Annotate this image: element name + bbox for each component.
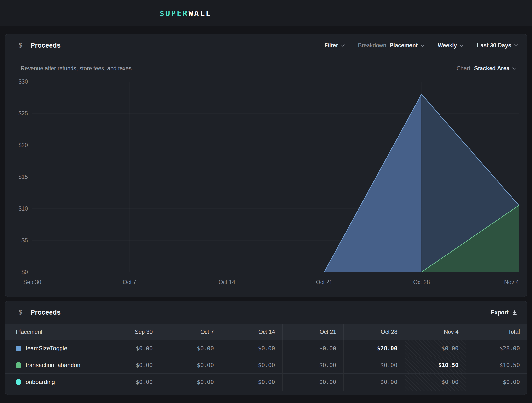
export-button[interactable]: Export xyxy=(491,309,517,316)
x-tick-label: Oct 21 xyxy=(316,279,333,286)
dollar-icon: $ xyxy=(19,309,22,316)
column-header: Oct 7 xyxy=(160,324,221,340)
proceeds-table-card: $ Proceeds Export PlacementSep 30Oct 7Oc… xyxy=(5,301,527,395)
filter-label: Filter xyxy=(324,42,338,49)
chart-type-value: Stacked Area xyxy=(474,65,510,72)
placement-cell[interactable]: teamSizeToggle xyxy=(5,340,99,357)
chart-card-header: $ Proceeds Filter Breakdown Placement We… xyxy=(5,34,527,57)
logo-accent: $UPER xyxy=(160,9,188,18)
value-cell: $0.00 xyxy=(282,357,344,374)
table-row[interactable]: onboarding$0.00$0.00$0.00$0.00$0.00$0.00… xyxy=(5,374,527,391)
value-cell: $0.00 xyxy=(405,374,466,391)
superwall-logo: $UPERWALL xyxy=(160,9,212,18)
column-header: Oct 14 xyxy=(221,324,283,340)
y-tick-label: $30 xyxy=(19,78,28,85)
dollar-icon: $ xyxy=(19,42,22,49)
stacked-area-chart[interactable] xyxy=(32,82,519,272)
chart-controls: Filter Breakdown Placement Weekly Last 3… xyxy=(324,42,517,49)
value-cell: $0.00 xyxy=(160,340,221,357)
date-range-value: Last 30 Days xyxy=(477,42,511,49)
table-header-row: PlacementSep 30Oct 7Oct 14Oct 21Oct 28No… xyxy=(5,324,527,340)
chart-type-label: Chart xyxy=(457,65,470,72)
proceeds-table: PlacementSep 30Oct 7Oct 14Oct 21Oct 28No… xyxy=(5,324,527,391)
value-cell: $0.00 xyxy=(221,357,283,374)
value-cell: $10.50 xyxy=(405,357,466,374)
value-cell: $0.00 xyxy=(99,340,160,357)
value-cell: $0.00 xyxy=(221,340,283,357)
y-tick-label: $5 xyxy=(21,237,28,244)
y-tick-label: $10 xyxy=(19,205,28,212)
chevron-down-icon xyxy=(514,43,518,47)
y-tick-label: $15 xyxy=(19,174,28,180)
value-cell: $0.00 xyxy=(99,374,160,391)
chart-card-title: Proceeds xyxy=(31,42,61,49)
x-tick-label: Oct 14 xyxy=(219,279,235,286)
divider xyxy=(431,42,431,49)
value-cell: $0.00 xyxy=(344,357,405,374)
chart-subtitle: Revenue after refunds, store fees, and t… xyxy=(21,65,132,72)
value-cell: $10.50 xyxy=(466,357,527,374)
y-tick-label: $0 xyxy=(21,269,28,276)
chart-subheader: Revenue after refunds, store fees, and t… xyxy=(5,57,527,72)
x-tick-label: Sep 30 xyxy=(23,279,41,286)
placement-name: onboarding xyxy=(26,379,55,385)
y-tick-label: $20 xyxy=(19,142,28,148)
x-axis-labels: Sep 30Oct 7Oct 14Oct 21Oct 28Nov 4 xyxy=(32,279,519,287)
interval-value: Weekly xyxy=(438,42,457,49)
chevron-down-icon xyxy=(420,43,424,47)
value-cell: $0.00 xyxy=(405,340,466,357)
x-tick-label: Nov 4 xyxy=(504,279,519,286)
chevron-down-icon xyxy=(460,43,464,47)
chart-type-dropdown[interactable]: Chart Stacked Area xyxy=(457,65,516,72)
value-cell: $28.00 xyxy=(344,340,405,357)
column-header: Sep 30 xyxy=(99,324,160,340)
y-tick-label: $25 xyxy=(19,110,28,117)
divider xyxy=(351,42,351,49)
breakdown-label: Breakdown xyxy=(358,42,386,49)
interval-dropdown[interactable]: Weekly xyxy=(438,42,463,49)
chart-plot-area: $0$5$10$15$20$25$30 xyxy=(32,82,519,272)
filter-dropdown[interactable]: Filter xyxy=(324,42,344,49)
divider xyxy=(470,42,470,49)
value-cell: $0.00 xyxy=(466,374,527,391)
table-card-title: Proceeds xyxy=(31,309,61,316)
value-cell: $0.00 xyxy=(221,374,283,391)
value-cell: $28.00 xyxy=(466,340,527,357)
placement-name: teamSizeToggle xyxy=(26,345,67,351)
value-cell: $0.00 xyxy=(282,374,344,391)
series-swatch-icon xyxy=(16,346,21,351)
column-header: Total xyxy=(466,324,527,340)
x-tick-label: Oct 28 xyxy=(413,279,430,286)
chevron-down-icon xyxy=(341,43,345,47)
column-header: Oct 21 xyxy=(282,324,344,340)
placement-name: transaction_abandon xyxy=(26,362,80,368)
table-card-header: $ Proceeds Export xyxy=(5,301,527,324)
series-swatch-icon xyxy=(16,379,21,385)
series-swatch-icon xyxy=(16,362,21,368)
value-cell: $0.00 xyxy=(99,357,160,374)
proceeds-chart-card: $ Proceeds Filter Breakdown Placement We… xyxy=(5,34,527,297)
value-cell: $0.00 xyxy=(160,374,221,391)
value-cell: $0.00 xyxy=(160,357,221,374)
logo-rest: WALL xyxy=(188,9,212,18)
value-cell: $0.00 xyxy=(344,374,405,391)
chevron-down-icon xyxy=(512,66,516,70)
breakdown-dropdown[interactable]: Breakdown Placement xyxy=(358,42,424,49)
x-tick-label: Oct 7 xyxy=(123,279,136,286)
column-header: Placement xyxy=(5,324,99,340)
value-cell: $0.00 xyxy=(282,340,344,357)
column-header: Oct 28 xyxy=(344,324,405,340)
column-header: Nov 4 xyxy=(405,324,466,340)
topbar: $UPERWALL xyxy=(0,0,532,26)
table-row[interactable]: teamSizeToggle$0.00$0.00$0.00$0.00$28.00… xyxy=(5,340,527,357)
download-icon xyxy=(512,310,517,315)
placement-cell[interactable]: onboarding xyxy=(5,374,99,391)
table-row[interactable]: transaction_abandon$0.00$0.00$0.00$0.00$… xyxy=(5,357,527,374)
export-label: Export xyxy=(491,309,509,316)
date-range-dropdown[interactable]: Last 30 Days xyxy=(477,42,517,49)
breakdown-value: Placement xyxy=(389,42,418,49)
placement-cell[interactable]: transaction_abandon xyxy=(5,357,99,374)
